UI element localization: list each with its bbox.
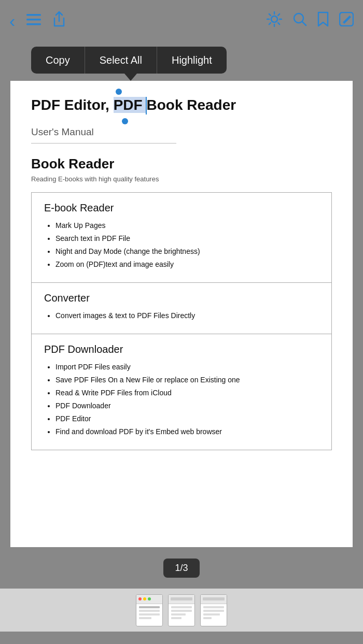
cursor-line: [146, 97, 147, 115]
list-item: Convert images & text to PDF Files Direc…: [55, 310, 319, 321]
context-menu-arrow: [124, 74, 137, 81]
title-divider: [31, 143, 176, 144]
highlight-button[interactable]: Highlight: [157, 47, 227, 74]
share-icon[interactable]: [52, 11, 66, 31]
svg-rect-0: [26, 14, 41, 16]
svg-point-3: [271, 16, 277, 22]
feature-box-ebook-title: E-book Reader: [44, 202, 319, 214]
list-item: PDF Editor: [55, 413, 319, 424]
select-all-button[interactable]: Select All: [85, 47, 157, 74]
dot-yellow: [143, 597, 146, 600]
feature-box-downloader-list: Import PDF Files easily Save PDF Files O…: [44, 362, 319, 437]
feature-box-converter-list: Convert images & text to PDF Files Direc…: [44, 310, 319, 321]
list-item: Read & Write PDF Files from iCloud: [55, 388, 319, 398]
svg-line-11: [269, 23, 271, 24]
thumbnail-3[interactable]: [200, 594, 227, 626]
context-menu: Copy Select All Highlight: [31, 47, 227, 81]
context-menu-bubble: Copy Select All Highlight: [31, 47, 227, 74]
title-part1: PDF Editor,: [31, 97, 114, 113]
feature-box-downloader-title: PDF Downloader: [44, 344, 319, 355]
bottom-bar: 1/3: [0, 547, 363, 589]
svg-line-10: [278, 13, 280, 15]
document-area: Copy Select All Highlight PDF Editor, PD…: [0, 41, 363, 632]
feature-box-ebook: E-book Reader Mark Up Pages Search text …: [31, 192, 332, 283]
document-page: PDF Editor, PDF Book Reader User's Manua…: [10, 81, 353, 547]
section-title: Book Reader: [31, 156, 332, 172]
feature-box-converter: Converter Convert images & text to PDF F…: [31, 283, 332, 334]
thumbnail-1[interactable]: [136, 594, 163, 626]
feature-box-ebook-list: Mark Up Pages Search text in PDF File Ni…: [44, 220, 319, 270]
bookmark-icon[interactable]: [317, 11, 329, 31]
selection-handle-bottom: [122, 118, 128, 124]
copy-button[interactable]: Copy: [31, 47, 85, 74]
toolbar-left: ‹: [9, 11, 66, 31]
feature-box-downloader: PDF Downloader Import PDF Files easily S…: [31, 334, 332, 450]
toolbar: ‹: [0, 0, 363, 41]
document-title: PDF Editor, PDF Book Reader: [31, 96, 332, 114]
list-icon[interactable]: [26, 12, 41, 29]
list-item: PDF Downloader: [55, 400, 319, 411]
page-indicator: 1/3: [163, 559, 199, 578]
svg-line-13: [302, 22, 306, 25]
dot-red: [138, 597, 142, 600]
list-item: Search text in PDF File: [55, 233, 319, 244]
list-item: Night and Day Mode (change the brightnes…: [55, 246, 319, 257]
thumbnail-2[interactable]: [168, 594, 195, 626]
title-selected: PDF: [114, 97, 147, 113]
document-subtitle: User's Manual: [31, 126, 332, 138]
brightness-icon[interactable]: [267, 11, 282, 31]
footer-icons: [0, 589, 363, 632]
list-item: Save PDF Files On a New File or replace …: [55, 375, 319, 385]
back-button[interactable]: ‹: [9, 11, 15, 31]
list-item: Mark Up Pages: [55, 220, 319, 231]
svg-line-8: [269, 13, 271, 15]
document-title-area: PDF Editor, PDF Book Reader: [31, 96, 332, 126]
list-item: Find and download PDF by it's Embed web …: [55, 426, 319, 437]
feature-box-converter-title: Converter: [44, 292, 319, 304]
search-icon[interactable]: [292, 12, 307, 30]
edit-icon[interactable]: [339, 12, 354, 30]
selection-handle-top: [116, 89, 122, 95]
section-subtitle: Reading E-books with high quality featur…: [31, 175, 332, 183]
svg-rect-2: [26, 23, 41, 25]
title-part2: Book Reader: [146, 97, 236, 113]
svg-rect-1: [26, 19, 41, 21]
list-item: Import PDF Files easily: [55, 362, 319, 373]
svg-line-9: [278, 23, 280, 24]
list-item: Zoom on (PDF)text and image easily: [55, 259, 319, 270]
toolbar-right: [267, 11, 354, 31]
dot-green: [148, 597, 151, 600]
